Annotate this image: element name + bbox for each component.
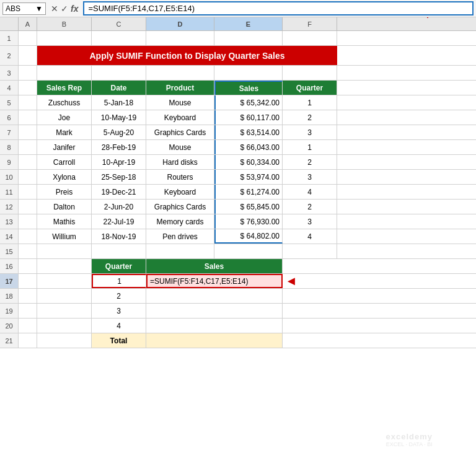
row-num-18: 18 — [0, 289, 19, 303]
formula-icons: ✕ ✓ fx — [48, 4, 81, 14]
row-11: 11 Preis 19-Dec-21 Keyboard $ 61,274.00 … — [0, 185, 476, 200]
header-date: Date — [92, 81, 146, 95]
row-4-headers: 4 Sales Rep Date Product Sales Quarter — [0, 81, 476, 95]
row-num-15: 15 — [0, 244, 19, 258]
row-num-11: 11 — [0, 185, 19, 199]
row-num-2: 2 — [0, 46, 19, 65]
row-5: 5 Zuschuss 5-Jan-18 Mouse $ 65,342.00 1 — [0, 95, 476, 110]
summary-sales-q4[interactable] — [146, 319, 283, 333]
header-product: Product — [146, 81, 214, 95]
summary-header-quarter: Quarter — [92, 259, 146, 273]
summary-sales-q3[interactable] — [146, 304, 283, 318]
summary-q4[interactable]: 4 — [92, 319, 146, 333]
total-value[interactable] — [146, 333, 283, 348]
row-num-16: 16 — [0, 259, 19, 273]
formula-bar: ABS ▼ ✕ ✓ fx =SUMIF(F5:F14,C17,E5:E14) — [0, 0, 476, 17]
row-19: 19 3 — [0, 304, 476, 319]
row-num-13: 13 — [0, 214, 19, 229]
col-header-b[interactable]: B — [37, 17, 92, 30]
row-num-7: 7 — [0, 125, 19, 139]
corner-cell — [0, 17, 19, 30]
col-header-f[interactable]: F — [283, 17, 337, 30]
header-sales-rep: Sales Rep — [37, 81, 92, 95]
title-cell: Apply SUMIF Function to Display Quarter … — [37, 46, 337, 65]
row-16-summary-headers: 16 Quarter Sales — [0, 259, 476, 274]
summary-q1[interactable]: 1 — [92, 274, 146, 288]
row-num-14: 14 — [0, 229, 19, 244]
row-13: 13 Mathis 22-Jul-19 Memory cards $ 76,93… — [0, 214, 476, 229]
row-num-17: 17 — [0, 274, 19, 288]
summary-q2[interactable]: 2 — [92, 289, 146, 303]
row-9: 9 Carroll 10-Apr-19 Hard disks $ 60,334.… — [0, 155, 476, 170]
summary-sales-q1[interactable]: =SUMIF(F5:F14,C17,E5:E14) — [146, 274, 283, 288]
row-num-4: 4 — [0, 81, 19, 95]
row-num-12: 12 — [0, 200, 19, 214]
row-num-3: 3 — [0, 66, 19, 80]
row-12: 12 Dalton 2-Jun-20 Graphics Cards $ 65,8… — [0, 200, 476, 214]
row-15: 15 — [0, 244, 476, 259]
summary-sales-q2[interactable] — [146, 289, 283, 303]
summary-header-sales: Sales — [146, 259, 283, 273]
red-arrow-indicator: ◄ — [283, 274, 298, 288]
row-6: 6 Joe 10-May-19 Keyboard $ 60,117.00 2 — [0, 110, 476, 125]
name-box[interactable]: ABS ▼ — [2, 2, 46, 15]
cancel-icon[interactable]: ✕ — [51, 4, 58, 14]
col-header-c[interactable]: C — [92, 17, 146, 30]
row-num-20: 20 — [0, 319, 19, 333]
row-8: 8 Janifer 28-Feb-19 Mouse $ 66,043.00 1 — [0, 140, 476, 155]
row-num-10: 10 — [0, 170, 19, 184]
total-label: Total — [92, 333, 146, 348]
col-header-e[interactable]: E — [214, 17, 283, 30]
row-num-19: 19 — [0, 304, 19, 318]
row-21-total: 21 Total — [0, 333, 476, 348]
watermark: exceldemy EXCEL · DATA · BI — [386, 432, 433, 447]
row-17: 17 1 =SUMIF(F5:F14,C17,E5:E14) ◄ — [0, 274, 476, 289]
row-18: 18 2 — [0, 289, 476, 304]
row-7: 7 Mark 5-Aug-20 Graphics Cards $ 63,514.… — [0, 125, 476, 140]
column-headers: A B C D E F — [0, 17, 476, 31]
row-1: 1 — [0, 31, 476, 46]
row-num-6: 6 — [0, 110, 19, 125]
row-10: 10 Xylona 25-Sep-18 Routers $ 53,974.00 … — [0, 170, 476, 185]
header-quarter: Quarter — [283, 81, 337, 95]
row-num-9: 9 — [0, 155, 19, 169]
row-2: 2 Apply SUMIF Function to Display Quarte… — [0, 46, 476, 66]
row-num-8: 8 — [0, 140, 19, 154]
col-header-d[interactable]: D — [146, 17, 214, 30]
fx-icon[interactable]: fx — [71, 4, 78, 14]
header-sales: Sales — [214, 81, 283, 95]
row-num-21: 21 — [0, 333, 19, 348]
row-3: 3 — [0, 66, 476, 81]
col-header-a[interactable]: A — [19, 17, 37, 30]
summary-q3[interactable]: 3 — [92, 304, 146, 318]
row-num-5: 5 — [0, 95, 19, 110]
confirm-icon[interactable]: ✓ — [61, 4, 68, 14]
row-14: 14 Willium 18-Nov-19 Pen drives $ 64,802… — [0, 229, 476, 244]
row-20: 20 4 — [0, 319, 476, 333]
row-num-1: 1 — [0, 31, 19, 45]
formula-input[interactable]: =SUMIF(F5:F14,C17,E5:E14) — [83, 1, 474, 15]
spreadsheet-grid: 1 2 Apply SUMIF Function to Display Quar… — [0, 31, 476, 348]
